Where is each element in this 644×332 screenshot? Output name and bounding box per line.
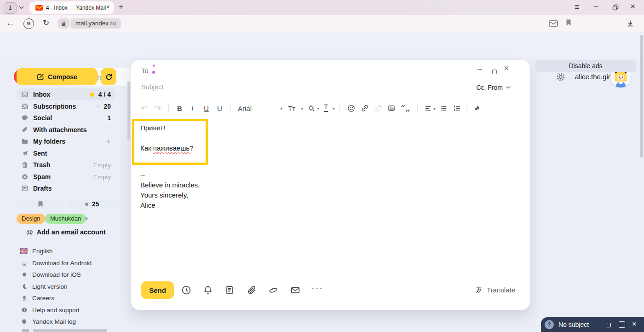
misspelled-word[interactable]: паживаешь [153, 144, 190, 152]
bullet-list-icon[interactable] [440, 102, 447, 114]
sidebar-item-inbox[interactable]: Inbox 4 / 4 [17, 88, 116, 100]
chevron-down-icon[interactable]: ▾ [317, 102, 319, 114]
template-note-icon[interactable] [224, 285, 235, 295]
tag-mushukdan[interactable]: Mushukdan [45, 214, 86, 224]
draft-restore-small-icon[interactable] [607, 323, 611, 327]
compose-button[interactable]: Compose [17, 68, 98, 85]
link-light-version[interactable]: Light version [20, 280, 119, 292]
sidebar-item-social[interactable]: Social 1 [17, 112, 116, 124]
link-mail-log[interactable]: Yandex Mail log [20, 315, 119, 327]
sidebar-item-spam[interactable]: Spam Empty [17, 171, 116, 183]
undo-icon[interactable]: ↶ [141, 102, 147, 114]
bold-button[interactable]: B [177, 102, 182, 114]
font-size-button[interactable]: Tт [288, 102, 295, 114]
sidebar-item-drafts[interactable]: Drafts [17, 182, 116, 194]
italic-button[interactable]: I [191, 102, 193, 114]
new-tab-button[interactable]: + [119, 2, 123, 12]
compose-close-icon[interactable]: × [504, 63, 509, 74]
font-family-select[interactable]: Arial [238, 102, 252, 114]
back-button[interactable]: ← [6, 18, 15, 28]
browser-tab[interactable]: 4 · Inbox — Yandex Mail × [29, 1, 114, 14]
tab-close-icon[interactable]: × [106, 3, 110, 11]
sidebar-item-my-folders[interactable]: My folders + [17, 135, 116, 147]
chair-icon [20, 295, 28, 302]
window-minimize-button[interactable]: – [594, 1, 598, 11]
emoji-icon[interactable] [347, 102, 355, 114]
tag-design[interactable]: Design [17, 214, 45, 224]
link-careers[interactable]: Careers [20, 292, 119, 304]
window-restore-button[interactable] [612, 4, 619, 11]
url-field[interactable]: mail.yandex.ru [70, 18, 121, 29]
reload-button[interactable]: ↻ [43, 18, 49, 28]
add-email-account[interactable]: @ Add an email account [26, 228, 106, 236]
redo-icon[interactable]: ↷ [155, 102, 161, 114]
envelope-icon[interactable] [290, 285, 300, 295]
underline-button[interactable]: U [204, 102, 209, 114]
tab-list-chevron-icon[interactable] [19, 6, 24, 9]
help-icon[interactable]: ? [545, 320, 554, 329]
window-close-button[interactable]: × [630, 1, 635, 12]
link-download-android[interactable]: Download for Android [20, 257, 119, 269]
subject-field[interactable] [141, 80, 461, 93]
translate-button[interactable]: Translate [475, 285, 515, 294]
body-line[interactable]: Привет! [140, 124, 165, 132]
attach-file-icon[interactable] [247, 285, 257, 295]
schedule-send-icon[interactable] [181, 285, 191, 295]
empty-action[interactable]: Empty [93, 174, 111, 181]
saved-bookmarks-pill[interactable] [17, 198, 64, 210]
reminder-bell-icon[interactable] [203, 285, 213, 295]
signature-block[interactable]: -- Believe in miracles. Yours sincerely,… [140, 170, 200, 210]
chevron-down-icon[interactable]: ▾ [280, 102, 282, 114]
refresh-button[interactable] [101, 68, 116, 85]
android-icon [20, 260, 28, 266]
cc-from-toggle[interactable]: Cc, From [476, 84, 511, 91]
page-scrollbar[interactable] [640, 35, 643, 157]
compose-minimize-icon[interactable]: – [477, 64, 482, 74]
link-help-support[interactable]: Help and support [20, 304, 119, 316]
sidebar-item-sent[interactable]: Sent [17, 147, 116, 159]
site-security-lock-icon[interactable] [58, 18, 69, 29]
username[interactable]: alice.the.girl [575, 73, 612, 81]
folder-count: 20 [104, 103, 111, 110]
downloads-icon[interactable] [627, 20, 634, 27]
body-line[interactable]: Как паживаешь? [140, 144, 193, 152]
draft-close-icon[interactable]: × [632, 320, 637, 329]
empty-action[interactable]: Empty [93, 162, 111, 169]
quote-icon[interactable]: “„ [401, 102, 411, 114]
bookmark-icon[interactable] [566, 19, 571, 26]
align-icon[interactable] [425, 102, 431, 114]
yandex-browser-icon[interactable]: Я [23, 18, 34, 29]
draft-maximize-icon[interactable] [619, 321, 625, 328]
link-icon[interactable] [361, 102, 368, 114]
text-color-button[interactable]: T [324, 102, 328, 112]
add-tag-icon[interactable]: + [84, 214, 89, 223]
unread-count-pill[interactable]: 25 [68, 198, 116, 210]
mail-check-icon[interactable] [549, 20, 558, 27]
unlink-icon[interactable] [375, 102, 382, 114]
disable-ads-button[interactable]: Disable ads [535, 60, 636, 72]
link-download-ios[interactable]: Download for iOS [20, 268, 119, 280]
browser-menu-icon[interactable]: ≡ [575, 2, 580, 12]
tab-group-badge[interactable]: 1 [4, 2, 17, 14]
eraser-icon[interactable] [473, 102, 481, 114]
chevron-down-icon[interactable]: ▾ [433, 102, 436, 114]
compose-restore-icon[interactable] [492, 70, 497, 74]
add-folder-icon[interactable]: + [106, 138, 111, 145]
attach-from-disk-icon[interactable] [268, 285, 278, 295]
sidebar-item-trash[interactable]: Trash Empty [17, 159, 116, 171]
to-field[interactable] [141, 64, 475, 77]
sidebar-item-subscriptions[interactable]: Subscriptions 20 [17, 100, 116, 112]
highlight-color-icon[interactable] [307, 102, 315, 114]
send-button[interactable]: Send [141, 281, 174, 299]
link-english[interactable]: English [20, 245, 119, 257]
insert-image-icon[interactable] [388, 102, 395, 114]
strikethrough-button[interactable]: U [217, 102, 222, 114]
more-options-icon[interactable]: ··· [311, 282, 323, 293]
chevron-down-icon[interactable]: ▾ [333, 102, 335, 114]
numbered-list-icon[interactable] [453, 102, 460, 114]
sidebar-item-with-attachments[interactable]: With attachments [17, 124, 116, 136]
minimized-draft-bar[interactable]: ? No subject × [541, 317, 644, 332]
chevron-down-icon[interactable]: ▾ [301, 102, 303, 114]
settings-gear-icon[interactable] [556, 72, 565, 82]
sidebar-scrollbar[interactable] [127, 82, 130, 140]
